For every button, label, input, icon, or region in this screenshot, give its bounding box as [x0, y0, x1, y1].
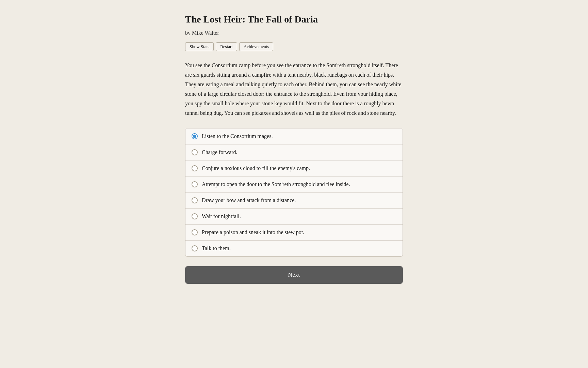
choice-label: Talk to them.	[202, 245, 231, 251]
radio-circle	[192, 229, 198, 235]
choice-item[interactable]: Charge forward.	[185, 144, 403, 160]
choice-label: Charge forward.	[202, 149, 238, 155]
radio-circle	[192, 213, 198, 219]
choice-item[interactable]: Attempt to open the door to the Som'reth…	[185, 177, 403, 193]
radio-circle	[192, 133, 198, 139]
choice-item[interactable]: Prepare a poison and sneak it into the s…	[185, 225, 403, 241]
choice-label: Conjure a noxious cloud to fill the enem…	[202, 165, 310, 171]
story-text: You see the Consortium camp before you s…	[185, 61, 403, 118]
radio-circle	[192, 149, 198, 155]
next-button[interactable]: Next	[185, 266, 403, 284]
radio-circle	[192, 197, 198, 203]
show-stats-button[interactable]: Show Stats	[185, 42, 214, 51]
toolbar: Show Stats Restart Achievements	[185, 42, 403, 51]
choice-label: Listen to the Consortium mages.	[202, 133, 273, 139]
choice-item[interactable]: Draw your bow and attack from a distance…	[185, 193, 403, 209]
choice-label: Draw your bow and attack from a distance…	[202, 197, 296, 203]
choices-container: Listen to the Consortium mages.Charge fo…	[185, 128, 403, 257]
restart-button[interactable]: Restart	[216, 42, 237, 51]
choice-label: Wait for nightfall.	[202, 213, 241, 219]
radio-circle	[192, 165, 198, 171]
radio-circle	[192, 245, 198, 251]
radio-circle	[192, 181, 198, 187]
radio-inner	[193, 135, 196, 138]
game-author: by Mike Walter	[185, 30, 403, 36]
choice-item[interactable]: Wait for nightfall.	[185, 209, 403, 225]
choice-item[interactable]: Talk to them.	[185, 241, 403, 256]
choice-item[interactable]: Listen to the Consortium mages.	[185, 128, 403, 144]
choice-label: Attempt to open the door to the Som'reth…	[202, 181, 350, 187]
choice-item[interactable]: Conjure a noxious cloud to fill the enem…	[185, 160, 403, 177]
achievements-button[interactable]: Achievements	[239, 42, 273, 51]
choice-label: Prepare a poison and sneak it into the s…	[202, 229, 304, 235]
game-title: The Lost Heir: The Fall of Daria	[185, 14, 403, 25]
